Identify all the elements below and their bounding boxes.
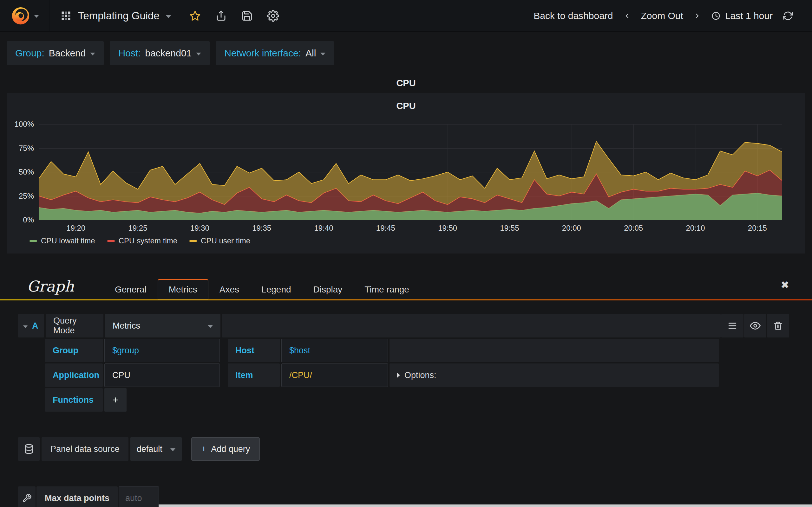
options-caret-icon <box>397 373 400 378</box>
legend-swatch <box>107 240 115 242</box>
hamburger-icon <box>727 321 738 331</box>
query-row-a: A Query Mode Metrics <box>18 314 789 337</box>
query-mode-label-cell: Query Mode <box>46 314 103 337</box>
host-value-field[interactable]: $host <box>281 339 388 362</box>
back-to-dashboard-link[interactable]: Back to dashboard <box>534 10 613 21</box>
save-icon <box>241 10 253 21</box>
clock-icon <box>711 11 721 20</box>
plot-area[interactable] <box>39 124 782 220</box>
star-button[interactable] <box>182 0 208 32</box>
query-mode-select[interactable]: Metrics <box>105 314 220 337</box>
variable-label: Network interface: <box>224 48 301 59</box>
time-range-label: Last 1 hour <box>725 10 773 21</box>
datasource-select[interactable]: default <box>131 437 182 461</box>
caret-down-icon <box>320 53 325 55</box>
refresh-icon <box>783 11 793 21</box>
panel-type-label: Graph <box>27 278 74 295</box>
logo-caret-icon <box>34 15 39 18</box>
eye-icon <box>750 320 761 331</box>
trash-icon <box>773 321 783 331</box>
variable-dropdown-group[interactable]: Group:Backend <box>7 41 104 65</box>
close-editor-button[interactable]: ✖ <box>780 279 789 291</box>
x-axis-tick-label: 19:45 <box>376 224 395 233</box>
grafana-logo-icon <box>11 6 31 26</box>
legend-item-cpu-system-time[interactable]: CPU system time <box>107 236 177 245</box>
tab-display[interactable]: Display <box>302 279 354 299</box>
max-data-points-input[interactable] <box>119 487 159 507</box>
navbar-right-group: Back to dashboard Zoom Out Last 1 hour <box>534 0 812 32</box>
time-picker-button[interactable]: Last 1 hour <box>711 10 773 21</box>
legend: CPU iowait timeCPU system timeCPU user t… <box>30 236 250 245</box>
variable-value: Backend <box>49 48 86 59</box>
legend-item-cpu-user-time[interactable]: CPU user time <box>189 236 250 245</box>
settings-button[interactable] <box>260 0 286 32</box>
tab-time-range[interactable]: Time range <box>353 279 420 299</box>
x-axis-tick-label: 19:40 <box>314 224 334 233</box>
y-axis-labels: 0%25%50%75%100% <box>7 124 34 220</box>
query-delete-button[interactable] <box>767 314 789 337</box>
template-variables-row: Group:BackendHost:backend01Network inter… <box>7 41 334 65</box>
application-value-field[interactable]: CPU <box>104 363 220 387</box>
application-label-cell: Application <box>45 363 103 387</box>
query-row-functions: Functions + <box>45 388 719 412</box>
legend-label: CPU iowait time <box>41 236 95 245</box>
y-axis-tick-label: 50% <box>19 168 34 176</box>
tab-axes[interactable]: Axes <box>208 279 250 299</box>
tab-legend[interactable]: Legend <box>250 279 302 299</box>
variable-value: All <box>305 48 316 59</box>
group-label-cell: Group <box>45 339 103 362</box>
item-label-cell: Item <box>228 363 280 387</box>
gear-icon <box>267 10 279 22</box>
variable-dropdown-host[interactable]: Host:backend01 <box>110 41 210 65</box>
x-axis-tick-label: 19:55 <box>500 224 519 233</box>
time-shift-forward-button[interactable] <box>693 11 701 20</box>
select-caret-icon <box>170 448 175 451</box>
variable-dropdown-network-interface[interactable]: Network interface:All <box>216 41 334 65</box>
panel-header-title[interactable]: CPU <box>0 78 812 89</box>
query-menu-button[interactable] <box>721 314 744 337</box>
query-collapse-toggle[interactable]: A <box>18 314 44 337</box>
query-visibility-button[interactable] <box>744 314 766 337</box>
group-value-field[interactable]: $group <box>104 339 220 362</box>
y-axis-tick-label: 100% <box>14 120 34 129</box>
navbar: Templating Guide Back to dashboard Zoom … <box>0 0 812 32</box>
add-function-button[interactable]: + <box>104 388 126 412</box>
database-icon <box>23 444 34 454</box>
add-query-button[interactable]: + Add query <box>191 437 260 461</box>
grafana-logo-menu[interactable] <box>0 0 49 32</box>
graph-title: CPU <box>7 101 805 111</box>
variable-label: Group: <box>15 48 44 59</box>
dashboard-title-menu[interactable]: Templating Guide <box>49 0 182 32</box>
legend-label: CPU user time <box>201 236 250 245</box>
caret-down-icon <box>196 53 201 55</box>
x-axis-tick-label: 20:00 <box>562 224 581 233</box>
x-axis-tick-label: 19:35 <box>252 224 271 233</box>
select-caret-icon <box>208 325 213 328</box>
y-axis-tick-label: 25% <box>19 192 34 201</box>
refresh-button[interactable] <box>783 11 793 21</box>
chart-canvas[interactable] <box>39 124 782 220</box>
query-editor: A Query Mode Metrics <box>18 314 789 413</box>
x-axis-tick-label: 19:25 <box>129 224 148 233</box>
datasource-row: Panel data source default + Add query <box>18 437 260 461</box>
collapse-caret-icon <box>23 326 28 328</box>
zoom-out-button[interactable]: Zoom Out <box>641 10 683 21</box>
tab-metrics[interactable]: Metrics <box>158 279 208 299</box>
legend-item-cpu-iowait-time[interactable]: CPU iowait time <box>30 236 95 245</box>
tab-general[interactable]: General <box>104 279 158 299</box>
datasource-icon-cell <box>18 437 40 461</box>
x-axis-tick-label: 19:50 <box>438 224 457 233</box>
save-button[interactable] <box>234 0 260 32</box>
share-button[interactable] <box>208 0 234 32</box>
options-toggle[interactable]: Options: <box>390 363 719 387</box>
query-row-application-item: Application CPU Item /CPU/ Options: <box>45 363 719 387</box>
variable-value: backend01 <box>145 48 192 59</box>
caret-down-icon <box>90 53 95 55</box>
time-shift-back-button[interactable] <box>623 11 631 20</box>
functions-label-cell: Functions <box>45 388 103 412</box>
editor-tabs: GeneralMetricsAxesLegendDisplayTime rang… <box>104 279 420 299</box>
chevron-left-icon <box>623 11 631 20</box>
x-axis-labels: 19:2019:2519:3019:3519:4019:4519:5019:55… <box>39 224 782 233</box>
max-data-points-row: Max data points <box>18 487 159 507</box>
item-value-field[interactable]: /CPU/ <box>281 363 388 387</box>
